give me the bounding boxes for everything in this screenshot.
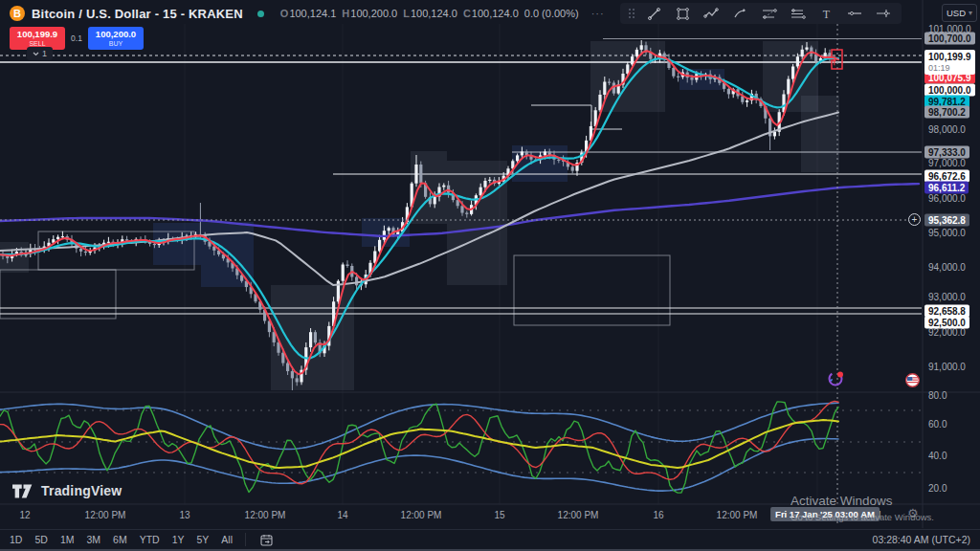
- horizontal-line-icon[interactable]: [842, 5, 867, 22]
- price-tick: 94,000.0: [928, 262, 966, 273]
- candle-body: [801, 50, 804, 56]
- short-position-icon[interactable]: [785, 5, 810, 22]
- tradingview-logo[interactable]: TradingView: [12, 483, 122, 498]
- candle-body: [286, 364, 289, 372]
- tradingview-chart-window: B Bitcoin / U.S. Dollar - 15 - KRAKEN O1…: [0, 0, 980, 551]
- us-economic-event-icon[interactable]: [905, 373, 920, 387]
- candle-body: [557, 160, 560, 161]
- bid-price-value: 100,199.9: [928, 52, 971, 63]
- buy-label: BUY: [109, 40, 122, 47]
- close-label: C: [463, 8, 471, 19]
- candle-body: [345, 265, 348, 267]
- symbol-title[interactable]: Bitcoin / U.S. Dollar - 15 - KRAKEN: [32, 7, 243, 21]
- market-status-icon: [257, 11, 264, 17]
- candle-body: [521, 151, 523, 155]
- range-button-all[interactable]: All: [221, 534, 233, 545]
- candle-body: [84, 252, 87, 253]
- rectangle-icon[interactable]: [670, 5, 695, 22]
- time-tick: 12:00 PM: [717, 510, 758, 520]
- trend-line-icon[interactable]: [641, 5, 666, 22]
- tradingview-logo-icon: [12, 484, 34, 498]
- price-badge-gray: 98,700.2: [924, 106, 969, 119]
- brush-icon[interactable]: [727, 5, 752, 22]
- candle-body: [488, 180, 491, 181]
- candle-body: [608, 82, 611, 83]
- price-tick: 95,000.0: [928, 228, 966, 238]
- buy-button[interactable]: 100,200.0 BUY: [88, 27, 144, 50]
- time-tick: 12: [19, 510, 30, 520]
- candle-body: [640, 45, 643, 50]
- bitcoin-icon: B: [10, 6, 25, 21]
- range-button-ytd[interactable]: YTD: [140, 534, 160, 545]
- candle-body: [787, 79, 790, 95]
- candle-body: [465, 213, 468, 214]
- go-to-date-button[interactable]: [257, 531, 275, 548]
- price-tick: 80.0: [928, 390, 947, 401]
- cross-line-icon[interactable]: [871, 5, 896, 22]
- candle-body: [631, 56, 634, 64]
- time-tick: 12:00 PM: [85, 510, 126, 520]
- ohlc-row: O100,124.1 H100,200.0 L100,124.0 C100,12…: [280, 8, 579, 19]
- buy-price: 100,200.0: [96, 30, 136, 39]
- candle-body: [483, 181, 486, 187]
- price-tick: 96,000.0: [928, 193, 966, 204]
- candle-body: [603, 82, 606, 96]
- range-button-5y[interactable]: 5Y: [197, 534, 210, 545]
- time-axis-gear-icon[interactable]: ⚙: [907, 506, 919, 520]
- drag-handle-icon: [626, 5, 637, 22]
- candle-body: [291, 371, 294, 378]
- range-button-1y[interactable]: 1Y: [172, 534, 185, 545]
- range-button-5d[interactable]: 5D: [34, 534, 47, 545]
- open-label: O: [280, 8, 289, 19]
- chart-canvas[interactable]: [0, 0, 980, 551]
- price-tick: 20.0: [928, 483, 947, 494]
- price-badge-purple: 96,611.2: [924, 182, 969, 194]
- time-tick: 15: [494, 510, 504, 520]
- candle-body: [414, 165, 417, 184]
- range-button-1d[interactable]: 1D: [10, 534, 22, 545]
- text-tool-icon[interactable]: T: [813, 5, 838, 22]
- symbol-legend[interactable]: B Bitcoin / U.S. Dollar - 15 - KRAKEN O1…: [10, 5, 605, 22]
- candle-body: [342, 265, 345, 281]
- range-button-3m[interactable]: 3M: [86, 534, 100, 545]
- sell-label: SELL: [29, 40, 45, 47]
- candle-body: [447, 186, 450, 193]
- zone-box-gray: [447, 161, 507, 285]
- candle-body: [460, 206, 463, 212]
- divider: [245, 533, 246, 546]
- candle-body: [419, 165, 422, 183]
- candle-body: [355, 277, 358, 286]
- candle-body: [791, 67, 794, 79]
- candle-body: [516, 155, 519, 161]
- change-value: 0.0 (0.00%): [524, 8, 579, 19]
- crypto-event-icon[interactable]: [827, 370, 844, 387]
- candle-body: [388, 228, 390, 231]
- candle-body: [296, 378, 299, 382]
- long-position-icon[interactable]: [756, 5, 781, 22]
- currency-dropdown[interactable]: USD ▾: [942, 4, 977, 22]
- floating-drawing-toolbar[interactable]: T: [620, 3, 902, 24]
- range-button-1m[interactable]: 1M: [60, 534, 75, 545]
- price-badge-gray: 100,700.0: [924, 33, 975, 45]
- clock-utc[interactable]: 03:28:40 AM (UTC+2): [873, 534, 970, 545]
- candle-body: [153, 244, 156, 245]
- price-tick: 97,000.0: [928, 158, 966, 168]
- add-alert-plus-icon[interactable]: +: [908, 213, 921, 226]
- legend-more-icon[interactable]: ···: [591, 8, 605, 19]
- time-tick: 13: [179, 510, 189, 520]
- range-button-6m[interactable]: 6M: [113, 534, 127, 545]
- time-tick: 14: [337, 510, 347, 520]
- candle-body: [796, 56, 799, 66]
- polyline-icon[interactable]: [699, 5, 724, 22]
- legend-collapse-chip[interactable]: 1: [27, 47, 53, 60]
- spread-value: 0.1: [65, 33, 88, 43]
- high-label: H: [342, 8, 349, 19]
- candle-body: [107, 242, 110, 243]
- candle-body: [672, 68, 675, 77]
- crosshair-time-badge: Fri 17 Jan '25 03:00 AM: [770, 507, 880, 521]
- candle-body: [805, 48, 808, 50]
- range-buttons: 1D5D1M3M6MYTD1Y5YAll: [10, 534, 245, 545]
- candle-body: [309, 332, 312, 347]
- tradingview-wordmark: TradingView: [41, 483, 122, 498]
- candle-body: [727, 89, 730, 95]
